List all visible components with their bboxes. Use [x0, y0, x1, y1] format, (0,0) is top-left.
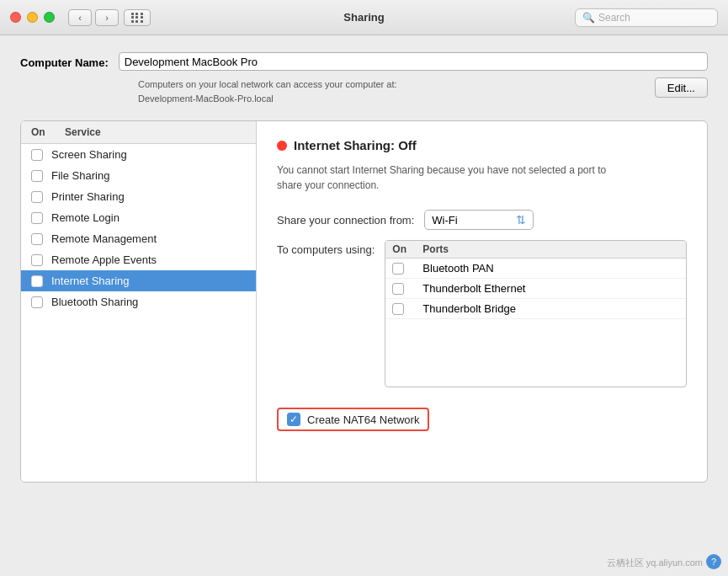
watermark: 云栖社区 yq.aliyun.com	[607, 557, 703, 569]
printer-sharing-label: Printer Sharing	[51, 190, 125, 203]
thunderbolt-ethernet-label: Thunderbolt Ethernet	[422, 282, 525, 295]
title-bar: ‹ › Sharing 🔍 Search	[0, 0, 728, 35]
sidebar-item-screen-sharing[interactable]: Screen Sharing	[21, 144, 256, 165]
close-button[interactable]	[10, 12, 21, 23]
sidebar-item-bluetooth-sharing[interactable]: Bluetooth Sharing	[21, 291, 256, 312]
grid-dots-icon	[131, 13, 144, 23]
port-thunderbolt-ethernet[interactable]: Thunderbolt Ethernet	[385, 279, 686, 299]
nat64-checkbox[interactable]: ✓	[287, 413, 300, 426]
share-from-value: Wi-Fi	[432, 214, 457, 227]
status-description: You cannot start Internet Sharing becaus…	[277, 163, 681, 193]
search-placeholder: Search	[598, 12, 630, 24]
file-sharing-label: File Sharing	[51, 169, 109, 182]
to-computers-label: To computers using:	[277, 243, 375, 256]
sidebar: On Service Screen Sharing File Sharing P…	[21, 121, 257, 482]
remote-apple-events-label: Remote Apple Events	[51, 253, 157, 266]
maximize-button[interactable]	[44, 12, 55, 23]
remote-management-checkbox[interactable]	[31, 233, 43, 245]
internet-sharing-checkbox[interactable]	[31, 275, 43, 287]
sidebar-item-internet-sharing[interactable]: Internet Sharing	[21, 270, 256, 291]
remote-login-checkbox[interactable]	[31, 212, 43, 224]
thunderbolt-ethernet-checkbox[interactable]	[392, 283, 404, 295]
sidebar-col-on: On	[31, 126, 65, 138]
status-dot-red	[277, 141, 287, 151]
help-button[interactable]: ?	[706, 554, 721, 569]
share-from-row: Share your connection from: Wi-Fi ⇅	[277, 210, 687, 230]
main-panel: On Service Screen Sharing File Sharing P…	[20, 120, 708, 483]
minimize-button[interactable]	[27, 12, 38, 23]
search-icon: 🔍	[582, 12, 595, 24]
file-sharing-checkbox[interactable]	[31, 170, 43, 182]
thunderbolt-bridge-checkbox[interactable]	[392, 303, 404, 315]
screen-sharing-label: Screen Sharing	[51, 148, 127, 161]
ports-table: On Ports Bluetooth PAN Thunderbolt Ether…	[385, 240, 687, 387]
sidebar-item-remote-login[interactable]: Remote Login	[21, 207, 256, 228]
status-row: Internet Sharing: Off	[277, 138, 687, 152]
nat64-row[interactable]: ✓ Create NAT64 Network	[277, 408, 429, 431]
status-title: Internet Sharing: Off	[294, 138, 417, 152]
computer-name-sub: Computers on your local network can acce…	[20, 77, 708, 105]
remote-login-label: Remote Login	[51, 211, 120, 224]
printer-sharing-checkbox[interactable]	[31, 191, 43, 203]
screen-sharing-checkbox[interactable]	[31, 149, 43, 161]
ports-table-header: On Ports	[385, 241, 686, 259]
bluetooth-sharing-label: Bluetooth Sharing	[51, 296, 138, 308]
edit-button[interactable]: Edit...	[655, 77, 708, 98]
nav-buttons: ‹ ›	[68, 9, 119, 26]
nat64-label: Create NAT64 Network	[307, 413, 419, 426]
search-box[interactable]: 🔍 Search	[575, 8, 718, 27]
traffic-lights	[10, 12, 55, 23]
bluetooth-pan-checkbox[interactable]	[392, 263, 404, 275]
sidebar-items: Screen Sharing File Sharing Printer Shar…	[21, 144, 256, 482]
sidebar-col-service: Service	[65, 126, 246, 138]
sidebar-item-printer-sharing[interactable]: Printer Sharing	[21, 186, 256, 207]
ports-table-empty-space	[385, 319, 686, 387]
bluetooth-pan-label: Bluetooth PAN	[422, 262, 493, 275]
internet-sharing-label: Internet Sharing	[51, 275, 130, 287]
ports-row: To computers using: On Ports Bluetooth P…	[277, 240, 687, 387]
sidebar-item-file-sharing[interactable]: File Sharing	[21, 165, 256, 186]
sidebar-item-remote-management[interactable]: Remote Management	[21, 228, 256, 249]
share-from-select[interactable]: Wi-Fi ⇅	[424, 210, 534, 230]
chevron-updown-icon: ⇅	[516, 213, 526, 227]
port-thunderbolt-bridge[interactable]: Thunderbolt Bridge	[385, 299, 686, 319]
bluetooth-sharing-checkbox[interactable]	[31, 296, 43, 308]
ports-col-name-header: Ports	[422, 243, 679, 255]
grid-view-button[interactable]	[124, 9, 151, 26]
computer-name-input[interactable]	[119, 52, 708, 71]
thunderbolt-bridge-label: Thunderbolt Bridge	[422, 302, 516, 315]
window-title: Sharing	[343, 11, 384, 24]
sidebar-item-remote-apple-events[interactable]: Remote Apple Events	[21, 249, 256, 270]
remote-apple-events-checkbox[interactable]	[31, 254, 43, 266]
share-from-label: Share your connection from:	[277, 214, 414, 227]
computer-name-info: Computers on your local network can acce…	[138, 77, 645, 105]
ports-col-on-header: On	[392, 243, 422, 255]
computer-name-label: Computer Name:	[20, 56, 109, 69]
sidebar-header: On Service	[21, 121, 256, 144]
forward-button[interactable]: ›	[95, 9, 119, 26]
computer-name-row: Computer Name:	[20, 52, 708, 71]
main-content: Computer Name: Computers on your local n…	[0, 35, 728, 499]
back-button[interactable]: ‹	[68, 9, 92, 26]
port-bluetooth-pan[interactable]: Bluetooth PAN	[385, 259, 686, 279]
right-panel: Internet Sharing: Off You cannot start I…	[257, 121, 707, 482]
remote-management-label: Remote Management	[51, 232, 157, 245]
